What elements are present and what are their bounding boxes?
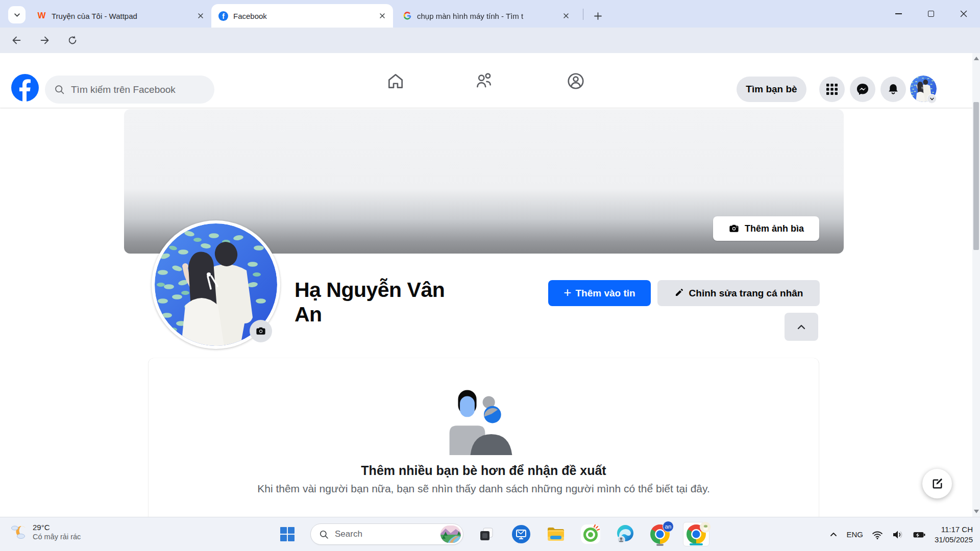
nav-friends-tab[interactable]	[472, 69, 496, 93]
find-friends-button[interactable]: Tìm bạn bè	[737, 77, 806, 102]
clock-time: 11:17 CH	[935, 524, 973, 535]
chrome-profile-frog-badge	[700, 521, 711, 533]
nav-groups-tab[interactable]	[564, 69, 587, 93]
compose-post-button[interactable]	[922, 469, 952, 498]
chevron-up-icon	[796, 322, 806, 332]
tab-title: Facebook	[233, 12, 377, 20]
friends-suggestion-card: Thêm nhiều bạn bè hơn để nhận đề xuất Kh…	[149, 358, 819, 517]
apps-grid-icon	[826, 84, 838, 95]
scrollbar-thumb[interactable]	[973, 102, 979, 250]
taskbar-center-icons: Search	[276, 522, 709, 546]
tab-close-icon[interactable]	[377, 10, 388, 21]
add-to-story-button[interactable]: + Thêm vào tin	[548, 280, 651, 306]
tab-title: chụp màn hình máy tính - Tìm t	[417, 12, 560, 20]
wattpad-favicon-icon: W	[37, 11, 46, 21]
reload-button[interactable]	[66, 34, 79, 46]
tab-close-icon[interactable]	[195, 10, 206, 21]
frog-avatar-icon	[702, 523, 709, 531]
windows-logo-icon	[280, 527, 295, 542]
chrome-profile-an-badge: an	[663, 521, 674, 532]
tab-wattpad[interactable]: W Truyện của Tôi - Wattpad	[30, 4, 211, 28]
forward-button[interactable]	[39, 34, 51, 46]
tab-divider	[583, 9, 583, 20]
account-chevron-icon[interactable]	[927, 94, 937, 104]
system-tray: ENG 11:17 CH 31/05/2025	[829, 517, 973, 551]
search-highlight-image[interactable]	[440, 525, 461, 543]
messenger-button[interactable]	[850, 77, 875, 102]
friends-illustration	[449, 389, 519, 455]
clock-widget[interactable]: 11:17 CH 31/05/2025	[935, 524, 973, 545]
window-controls	[882, 0, 980, 28]
add-cover-photo-label: Thêm ảnh bìa	[745, 223, 804, 234]
scrollbar-up-arrow[interactable]	[974, 57, 979, 60]
weather-temperature: 29°C	[33, 523, 81, 532]
chrome-profile-an-button[interactable]: an	[648, 522, 672, 546]
add-cover-photo-button[interactable]: Thêm ảnh bìa	[713, 216, 819, 241]
task-view-icon	[478, 526, 495, 542]
google-favicon-icon	[402, 11, 412, 21]
search-icon	[54, 84, 65, 95]
weather-description: Có mây rải rác	[33, 533, 81, 541]
clock-date: 31/05/2025	[935, 535, 973, 545]
groups-icon	[566, 71, 585, 91]
volume-icon[interactable]	[892, 529, 904, 541]
tab-close-icon[interactable]	[560, 10, 572, 21]
edit-profile-button[interactable]: Chỉnh sửa trang cá nhân	[657, 280, 820, 306]
tab-search-button[interactable]	[8, 6, 26, 23]
coccoc-browser-button[interactable]	[579, 522, 602, 546]
tab-google-search[interactable]: chụp màn hình máy tính - Tìm t	[395, 4, 577, 28]
facebook-page: Tìm kiếm trên Facebook	[0, 53, 980, 517]
windows-taskbar: 29°C Có mây rải rác Search	[0, 517, 980, 551]
window-close-button[interactable]	[947, 0, 980, 28]
add-to-story-label: Thêm vào tin	[576, 288, 635, 299]
scrollbar-down-arrow[interactable]	[974, 510, 979, 513]
camera-icon	[255, 325, 266, 337]
taskbar-search-input[interactable]: Search	[310, 523, 463, 545]
battery-charging-icon[interactable]	[913, 528, 926, 541]
nav-home-tab[interactable]	[384, 69, 407, 93]
new-tab-button[interactable]	[590, 8, 605, 23]
friends-icon	[474, 71, 494, 91]
friends-card-title: Thêm nhiều bạn bè hơn để nhận đề xuất	[361, 463, 606, 478]
weather-moon-clouds-icon	[9, 522, 28, 541]
notifications-button[interactable]	[880, 77, 906, 102]
tray-chevron-up-icon[interactable]	[829, 531, 838, 539]
screen: W Truyện của Tôi - Wattpad f Facebook	[0, 0, 980, 551]
plus-icon: +	[564, 285, 571, 300]
pencil-icon	[674, 288, 684, 298]
camera-icon	[728, 223, 740, 234]
window-minimize-button[interactable]	[882, 0, 915, 28]
start-button[interactable]	[276, 522, 299, 546]
weather-widget[interactable]: 29°C Có mây rải rác	[9, 522, 81, 541]
monitor-app-icon	[511, 524, 531, 544]
browser-toolbar: facebook.com/profile.php?id=615770987915…	[0, 28, 980, 53]
tab-facebook-active[interactable]: f Facebook	[211, 4, 393, 28]
friends-card-subtitle: Khi thêm vài người bạn nữa, bạn sẽ nhìn …	[257, 483, 710, 495]
file-explorer-icon	[546, 524, 566, 544]
page-scrollbar[interactable]	[972, 53, 980, 517]
chevron-down-icon	[14, 12, 20, 18]
file-explorer-button[interactable]	[544, 522, 568, 546]
edit-profile-label: Chỉnh sửa trang cá nhân	[689, 288, 803, 299]
collapse-profile-header-button[interactable]	[785, 313, 818, 341]
facebook-favicon-icon: f	[218, 11, 228, 21]
back-button[interactable]	[10, 34, 22, 46]
taskbar-search-placeholder: Search	[335, 529, 434, 539]
facebook-search-input[interactable]: Tìm kiếm trên Facebook	[45, 76, 214, 104]
facebook-logo[interactable]	[11, 74, 39, 102]
coccoc-icon	[580, 524, 601, 544]
compose-icon	[930, 477, 944, 491]
language-indicator[interactable]: ENG	[846, 530, 863, 539]
monitor-app-button[interactable]	[509, 522, 533, 546]
facebook-header: Tìm kiếm trên Facebook	[0, 53, 980, 108]
update-profile-picture-button[interactable]	[250, 320, 272, 342]
window-maximize-button[interactable]	[915, 0, 947, 28]
find-friends-label: Tìm bạn bè	[746, 84, 797, 95]
task-view-button[interactable]	[475, 522, 498, 546]
apps-menu-button[interactable]	[819, 77, 845, 102]
wifi-icon[interactable]	[872, 529, 883, 540]
edge-browser-button[interactable]	[614, 522, 637, 546]
active-app-indicator	[690, 543, 703, 545]
messenger-icon	[855, 82, 870, 96]
chrome-profile-frog-button-active[interactable]	[683, 522, 709, 546]
